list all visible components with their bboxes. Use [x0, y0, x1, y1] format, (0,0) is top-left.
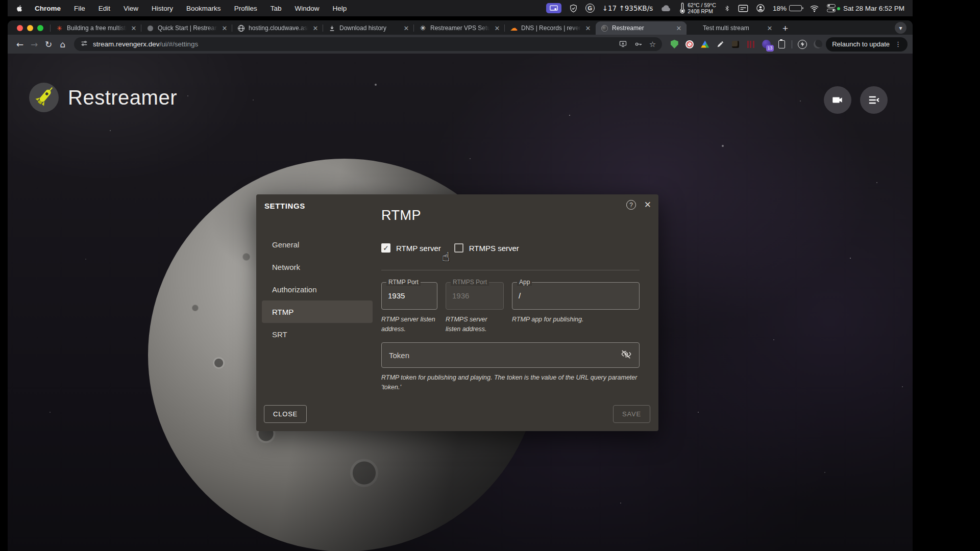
menu-item-tab[interactable]: Tab — [271, 5, 282, 12]
minimize-window-button[interactable] — [27, 25, 33, 31]
waveform-extension-icon[interactable] — [746, 39, 756, 49]
nav-item-rtmp[interactable]: RTMP — [262, 300, 373, 323]
back-button[interactable]: ← — [13, 37, 27, 52]
tab-close-icon[interactable]: ✕ — [312, 24, 319, 32]
token-field[interactable]: Token — [381, 342, 640, 368]
adblock-extension-icon[interactable] — [684, 39, 695, 49]
menu-open-button[interactable] — [860, 86, 888, 114]
input-source-icon[interactable] — [738, 5, 748, 12]
reload-button[interactable]: ↻ — [41, 37, 56, 52]
doc-favicon — [146, 24, 154, 32]
network-speed[interactable]: ↓17 ↑935KB/s — [602, 4, 653, 12]
tab-close-icon[interactable]: ✕ — [584, 24, 592, 32]
menu-item-window[interactable]: Window — [295, 5, 319, 12]
close-button[interactable]: CLOSE — [264, 405, 307, 423]
brand: Restreamer — [29, 83, 177, 112]
restreamer-rocket-logo-icon — [29, 83, 59, 112]
menu-bar-clock[interactable]: Sat 28 Mar 6:52 PM — [843, 5, 904, 12]
user-account-icon[interactable] — [756, 4, 765, 13]
blank-favicon — [692, 24, 699, 32]
tab-strip: ✳ Building a free multistr ✕ Quick Start… — [8, 20, 913, 35]
purple-extension-icon[interactable]: 13 — [761, 39, 771, 49]
save-button[interactable]: SAVE — [613, 405, 650, 423]
menu-item-edit[interactable]: Edit — [99, 5, 110, 12]
tab-restreamer-vps-setup[interactable]: ✳ Restreamer VPS Setup ✕ — [414, 21, 505, 35]
browser-menu-kebab-icon[interactable]: ⋮ — [895, 40, 901, 48]
menu-app-name[interactable]: Chrome — [35, 5, 61, 12]
globe-favicon — [237, 24, 245, 32]
tab-close-icon[interactable]: ✕ — [403, 24, 410, 32]
nav-item-srt[interactable]: SRT — [262, 323, 373, 345]
close-window-button[interactable] — [17, 25, 23, 31]
tab-close-icon[interactable]: ✕ — [766, 24, 773, 32]
google-drive-extension-icon[interactable] — [700, 39, 710, 49]
tab-close-icon[interactable]: ✕ — [221, 24, 228, 32]
mouse-cursor: ☝ — [442, 249, 450, 264]
wifi-icon[interactable] — [810, 5, 819, 12]
adguard-extension-icon[interactable] — [669, 39, 679, 49]
help-icon[interactable]: ? — [626, 200, 636, 210]
tab-restreamer-active[interactable]: Restreamer ✕ — [596, 21, 687, 35]
tab-building-multistream[interactable]: ✳ Building a free multistr ✕ — [51, 21, 141, 35]
dark-flag-extension-icon[interactable] — [730, 39, 741, 49]
tab-close-icon[interactable]: ✕ — [675, 24, 682, 32]
shield-check-icon[interactable] — [569, 4, 578, 13]
temp-readout: 62°C / 59°C — [688, 2, 716, 8]
rtmps-server-checkbox[interactable]: RTMPS server — [454, 243, 519, 253]
install-app-icon[interactable] — [619, 40, 627, 48]
bookmark-star-icon[interactable]: ☆ — [649, 40, 656, 49]
tab-test-multi-stream[interactable]: Test multi stream ✕ — [687, 21, 777, 35]
tab-hosting-cloudwave[interactable]: hosting.cloudwave.asi ✕ — [232, 21, 323, 35]
address-bar[interactable]: stream.revengerx.dev/ui/#/settings ☆ — [74, 37, 662, 51]
extension-badge: 13 — [766, 45, 774, 52]
menu-item-help[interactable]: Help — [332, 5, 347, 12]
home-button[interactable]: ⌂ — [56, 37, 70, 52]
visibility-off-icon[interactable] — [621, 348, 632, 362]
settings-modal-title: SETTINGS — [264, 202, 305, 210]
checkbox-checked-icon[interactable]: ✓ — [381, 243, 390, 253]
rtmp-port-field[interactable]: RTMP Port 1935 — [381, 282, 437, 310]
menu-item-file[interactable]: File — [74, 5, 85, 12]
menu-item-bookmarks[interactable]: Bookmarks — [186, 5, 221, 12]
bluetooth-icon[interactable] — [724, 4, 730, 13]
rtmp-server-checkbox[interactable]: ✓ RTMP server — [381, 243, 441, 253]
toolbar-separator — [792, 40, 792, 48]
control-center-icon[interactable] — [827, 4, 836, 12]
colorpicker-extension-icon[interactable] — [715, 39, 725, 49]
tab-close-icon[interactable]: ✕ — [130, 24, 137, 32]
site-settings-icon[interactable] — [80, 39, 88, 49]
tab-dns-records[interactable]: ☁ DNS | Records | revenge ✕ — [505, 21, 596, 35]
checkbox-unchecked-icon[interactable] — [454, 243, 463, 253]
password-key-icon[interactable] — [634, 40, 643, 48]
clipboard-extension-icon[interactable] — [776, 39, 787, 49]
flash-extension-icon[interactable] — [797, 39, 807, 49]
extensions-row: 13 — [669, 39, 823, 49]
menu-item-history[interactable]: History — [152, 5, 173, 12]
apple-icon[interactable] — [16, 4, 23, 13]
screen-recording-indicator-icon[interactable] — [546, 3, 561, 13]
video-sources-button[interactable] — [824, 86, 851, 114]
tab-close-icon[interactable]: ✕ — [494, 24, 501, 32]
nav-item-general[interactable]: General — [262, 233, 373, 256]
browser-toolbar: ← → ↻ ⌂ stream.revengerx.dev/ui/#/settin… — [8, 35, 913, 54]
menu-item-profiles[interactable]: Profiles — [234, 5, 257, 12]
forward-button[interactable]: → — [27, 37, 41, 52]
zoom-window-button[interactable] — [37, 25, 43, 31]
nav-item-network[interactable]: Network — [262, 256, 373, 278]
tab-search-chevron-button[interactable]: ▾ — [895, 22, 906, 34]
battery-widget[interactable]: 18% — [773, 5, 802, 12]
relaunch-to-update-button[interactable]: Relaunch to update ⋮ — [826, 37, 908, 52]
window-controls — [17, 25, 43, 31]
cloud-icon[interactable] — [660, 5, 672, 12]
g-menu-icon[interactable]: G — [585, 4, 595, 13]
dark-circle-extension-icon[interactable] — [813, 39, 823, 49]
battery-icon — [789, 5, 802, 11]
tab-download-history[interactable]: Download history ✕ — [323, 21, 414, 35]
new-tab-button[interactable]: + — [782, 23, 788, 33]
app-field[interactable]: App / — [512, 282, 640, 310]
nav-item-authorization[interactable]: Authorization — [262, 278, 373, 300]
tab-quick-start[interactable]: Quick Start | Restream ✕ — [141, 21, 232, 35]
temperature-widget[interactable]: 62°C / 59°C 2408 RPM — [679, 2, 716, 14]
menu-item-view[interactable]: View — [124, 5, 138, 12]
close-icon[interactable]: ✕ — [644, 199, 651, 210]
